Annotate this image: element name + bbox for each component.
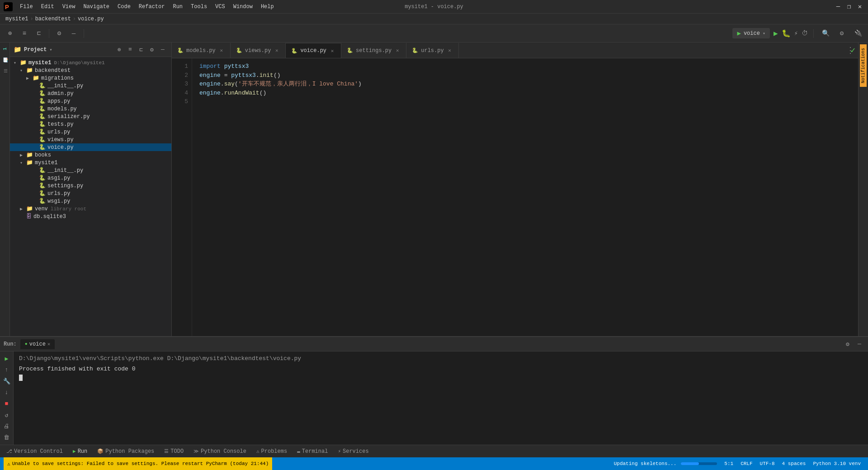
- collapse-all-btn[interactable]: ≡: [125, 45, 135, 55]
- panel-settings-btn[interactable]: ⚙: [843, 339, 853, 349]
- settings-tab-close[interactable]: ✕: [394, 47, 401, 54]
- project-view-icon[interactable]: 1: [0, 44, 9, 53]
- minimize-button[interactable]: ─: [834, 2, 843, 11]
- plugins-btn[interactable]: 🔌: [852, 27, 864, 40]
- toolbar-hide-btn[interactable]: —: [67, 27, 80, 40]
- tab-todo[interactable]: ☰ TODO: [160, 447, 188, 456]
- tab-services[interactable]: ⚡ Services: [333, 447, 373, 456]
- profiler-btn[interactable]: ⏱: [802, 30, 808, 37]
- run-clear-btn[interactable]: 🗑: [2, 433, 12, 442]
- toolbar-list-btn[interactable]: ≡: [18, 27, 31, 40]
- menu-tools[interactable]: Tools: [187, 3, 211, 11]
- tree-views-backendtest-py[interactable]: 🐍 views.py: [10, 136, 171, 143]
- panel-minimize-btn[interactable]: —: [854, 339, 864, 349]
- tree-apps-py[interactable]: 🐍 apps.py: [10, 97, 171, 105]
- menu-window[interactable]: Window: [230, 3, 256, 11]
- status-warning[interactable]: ⚠ Unable to save settings: Failed to sav…: [4, 457, 272, 470]
- toolbar-layout-btn[interactable]: ⊕: [4, 27, 16, 40]
- tree-init-mysite1[interactable]: 🐍 __init__.py: [10, 166, 171, 174]
- menu-file[interactable]: File: [16, 3, 37, 11]
- status-line-sep[interactable]: CRLF: [737, 461, 756, 466]
- menu-help[interactable]: Help: [257, 3, 278, 11]
- tab-problems[interactable]: ⚠ Problems: [252, 447, 292, 456]
- menu-vcs[interactable]: VCS: [212, 3, 229, 11]
- tree-mysite1-sub[interactable]: ▾ 📁 mysite1: [10, 159, 171, 166]
- tree-db-sqlite3[interactable]: 🗄 db.sqlite3: [10, 213, 171, 220]
- menu-refactor[interactable]: Refactor: [135, 3, 169, 11]
- tree-migrations[interactable]: ▶ 📁 migrations: [10, 74, 171, 82]
- toolbar-diff-btn[interactable]: ⊏: [33, 27, 45, 40]
- maximize-button[interactable]: ❐: [844, 2, 854, 11]
- models-tab-close[interactable]: ✕: [218, 47, 225, 54]
- tree-admin-py[interactable]: 🐍 admin.py: [10, 90, 171, 97]
- tab-python-console[interactable]: ≫ Python Console: [189, 447, 251, 456]
- breadcrumb-backendtest[interactable]: backendtest: [35, 16, 71, 22]
- tree-tests-py[interactable]: 🐍 tests.py: [10, 120, 171, 128]
- tab-terminal[interactable]: ▬ Terminal: [292, 447, 332, 456]
- tab-python-packages[interactable]: 📦 Python Packages: [93, 447, 159, 456]
- urls-tab-close[interactable]: ✕: [447, 47, 453, 54]
- tab-views-py[interactable]: 🐍 views.py ✕: [231, 43, 286, 58]
- tree-serializer-py[interactable]: 🐍 serializer.py: [10, 113, 171, 120]
- tree-init-py[interactable]: 🐍 __init__.py: [10, 82, 171, 90]
- tree-books[interactable]: ▶ 📁 books: [10, 151, 171, 159]
- run-print-btn[interactable]: 🖨: [2, 422, 12, 431]
- structure-icon[interactable]: ☰: [0, 66, 9, 75]
- tab-version-control[interactable]: ⎇ Version Control: [2, 447, 67, 456]
- breadcrumb-voicepy[interactable]: voice.py: [78, 16, 104, 22]
- project-dropdown-icon[interactable]: ▾: [49, 47, 52, 52]
- run-scroll-down-btn[interactable]: ↓: [2, 388, 12, 397]
- run-with-coverage-btn[interactable]: ⚡: [794, 29, 798, 37]
- expand-all-btn[interactable]: ⊏: [136, 45, 146, 55]
- run-play-btn[interactable]: ▶: [2, 354, 12, 363]
- project-close-btn[interactable]: —: [158, 45, 168, 55]
- settings-btn[interactable]: ⚙: [835, 27, 848, 40]
- run-scroll-up-btn[interactable]: ↑: [2, 366, 12, 374]
- run-restore-btn[interactable]: ↺: [2, 411, 12, 419]
- tab-voice-py[interactable]: 🐍 voice.py ✕: [286, 43, 341, 58]
- tab-settings-py[interactable]: 🐍 settings.py ✕: [341, 43, 406, 58]
- search-everywhere-btn[interactable]: 🔍: [819, 27, 832, 40]
- tree-urls-backendtest-py[interactable]: 🐍 urls.py: [10, 128, 171, 136]
- debug-button[interactable]: 🐛: [782, 29, 791, 38]
- status-interpreter[interactable]: Python 3.10 venv: [809, 461, 864, 466]
- toolbar-settings-btn[interactable]: ⚙: [53, 27, 66, 40]
- tree-models-py[interactable]: 🐍 models.py: [10, 105, 171, 113]
- tree-settings-mysite1-py[interactable]: 🐍 settings.py: [10, 182, 171, 190]
- run-terminal[interactable]: D:\Django\mysite1\venv\Scripts\python.ex…: [14, 351, 868, 445]
- menu-run[interactable]: Run: [169, 3, 186, 11]
- run-voice-tab[interactable]: ● voice ✕: [20, 339, 55, 349]
- tab-models-py[interactable]: 🐍 models.py ✕: [172, 43, 231, 58]
- tree-backendtest[interactable]: ▾ 📁 backendtest: [10, 66, 171, 74]
- status-position[interactable]: 5:1: [721, 461, 737, 466]
- tree-asgi-py[interactable]: 🐍 asgi.py: [10, 174, 171, 182]
- breadcrumb-mysite1[interactable]: mysite1: [5, 16, 28, 22]
- menu-code[interactable]: Code: [114, 3, 134, 11]
- bookmarks-icon[interactable]: 📑: [0, 55, 9, 64]
- menu-edit[interactable]: Edit: [38, 3, 58, 11]
- models-tab-label: models.py: [186, 47, 216, 54]
- run-tab-close-icon[interactable]: ✕: [47, 341, 51, 347]
- run-config-selector[interactable]: ▶ voice ▾: [732, 28, 769, 38]
- tree-urls-mysite1-py[interactable]: 🐍 urls.py: [10, 190, 171, 197]
- run-stop-btn[interactable]: ■: [2, 399, 12, 408]
- tab-urls-py[interactable]: 🐍 urls.py ✕: [406, 43, 458, 58]
- project-settings-btn[interactable]: ⚙: [147, 45, 157, 55]
- run-wrench-btn[interactable]: 🔧: [2, 377, 12, 385]
- tree-root-mysite1[interactable]: ▾ 📁 mysite1 D:\Django\mysite1: [10, 59, 171, 66]
- scroll-to-source-btn[interactable]: ⊕: [114, 45, 124, 55]
- close-button[interactable]: ✕: [855, 2, 864, 11]
- menu-navigate[interactable]: Navigate: [80, 3, 113, 11]
- tree-wsgi-py[interactable]: 🐍 wsgi.py: [10, 197, 171, 205]
- run-button[interactable]: ▶: [774, 29, 778, 38]
- init-py-icon: 🐍: [39, 82, 46, 89]
- tree-voice-py[interactable]: 🐍 voice.py: [10, 143, 171, 151]
- tree-venv[interactable]: ▶ 📁 venv library root: [10, 205, 171, 213]
- menu-view[interactable]: View: [59, 3, 79, 11]
- tab-run[interactable]: ▶ Run: [68, 447, 92, 456]
- status-encoding[interactable]: UTF-8: [756, 461, 778, 466]
- voice-tab-close[interactable]: ✕: [329, 47, 335, 54]
- notifications-tab[interactable]: Notifications: [860, 44, 867, 87]
- views-tab-close[interactable]: ✕: [274, 47, 280, 54]
- status-indent[interactable]: 4 spaces: [778, 461, 810, 466]
